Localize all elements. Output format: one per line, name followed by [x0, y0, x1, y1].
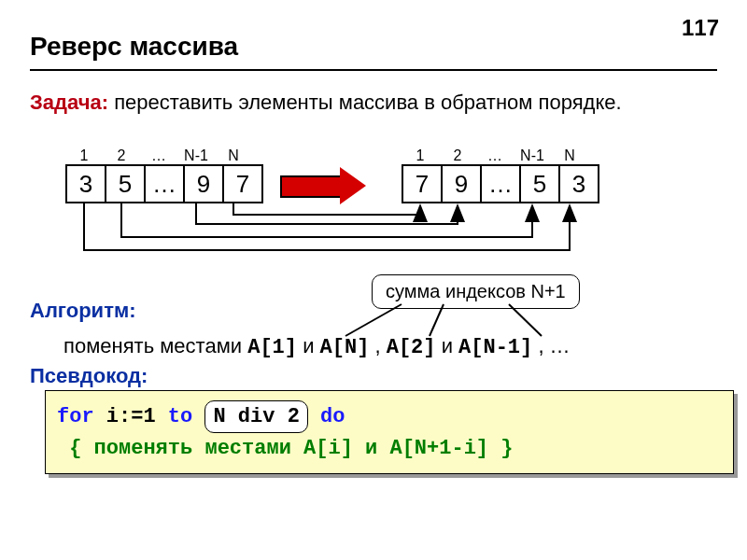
idx: 2	[103, 147, 140, 164]
cell: 9	[443, 166, 482, 202]
task-text: переставить элементы массива в обратном …	[108, 91, 622, 114]
code-block: for i:=1 to N div 2 do { поменять местам…	[45, 390, 734, 474]
algo-a2: A[2]	[387, 336, 436, 359]
cell: 7	[224, 166, 261, 202]
algo-comma: ,	[374, 334, 386, 357]
cell: …	[482, 166, 521, 202]
task-statement: Задача: переставить элементы массива в о…	[30, 90, 684, 117]
cell: 5	[106, 166, 146, 202]
svg-line-1	[430, 304, 444, 336]
algo-and: и	[303, 334, 319, 357]
task-label: Задача:	[30, 91, 108, 114]
idx: 1	[402, 147, 439, 164]
array-after: 1 2 … N-1 N 7 9 … 5 3	[402, 147, 599, 203]
idx: …	[476, 147, 514, 164]
cell: 5	[521, 166, 560, 202]
algo-text: поменять местами A[1] и A[N] , A[2] и A[…	[63, 334, 571, 359]
kw-to: to	[168, 405, 192, 428]
pseudo-label: Псевдокод:	[30, 364, 148, 388]
idx: N	[215, 147, 252, 164]
idx: N	[551, 147, 588, 164]
page-number: 117	[682, 15, 719, 41]
kw-do: do	[320, 405, 345, 428]
code-iexpr: i:=1	[94, 405, 168, 428]
divider	[30, 69, 717, 71]
cell: 3	[67, 166, 106, 202]
svg-line-0	[345, 304, 402, 336]
swap-arrows	[65, 203, 682, 269]
idx: 1	[65, 147, 103, 164]
cell: …	[146, 166, 185, 202]
array-before: 1 2 … N-1 N 3 5 … 9 7	[65, 147, 263, 203]
arrow-icon	[280, 167, 383, 204]
algo-label: Алгоритм:	[30, 299, 136, 323]
cell: 3	[560, 166, 598, 202]
code-line-2: { поменять местами A[i] и A[N+1-i] }	[57, 433, 722, 464]
code-line-1: for i:=1 to N div 2 do	[57, 400, 722, 433]
page-title: Реверс массива	[30, 32, 238, 62]
algo-prefix: поменять местами	[63, 334, 247, 357]
idx: …	[140, 147, 177, 164]
code-comment: { поменять местами A[i] и A[N+1-i] }	[69, 437, 513, 460]
cell: 9	[185, 166, 224, 202]
array-diagram: 1 2 … N-1 N 3 5 … 9 7 1 2 … N-1 N 7 9 …	[65, 147, 682, 259]
algo-a1: A[1]	[247, 336, 297, 359]
svg-line-2	[509, 304, 542, 336]
idx: N-1	[514, 147, 551, 164]
algo-an: A[N]	[320, 336, 370, 359]
algo-an1: A[N-1]	[458, 336, 532, 359]
idx: 2	[439, 147, 476, 164]
algo-tail: , …	[538, 334, 570, 357]
algo-and: и	[442, 334, 458, 357]
cell: 7	[403, 166, 443, 202]
kw-for: for	[57, 405, 94, 428]
idx: N-1	[177, 147, 215, 164]
code-highlight: N div 2	[204, 400, 307, 433]
